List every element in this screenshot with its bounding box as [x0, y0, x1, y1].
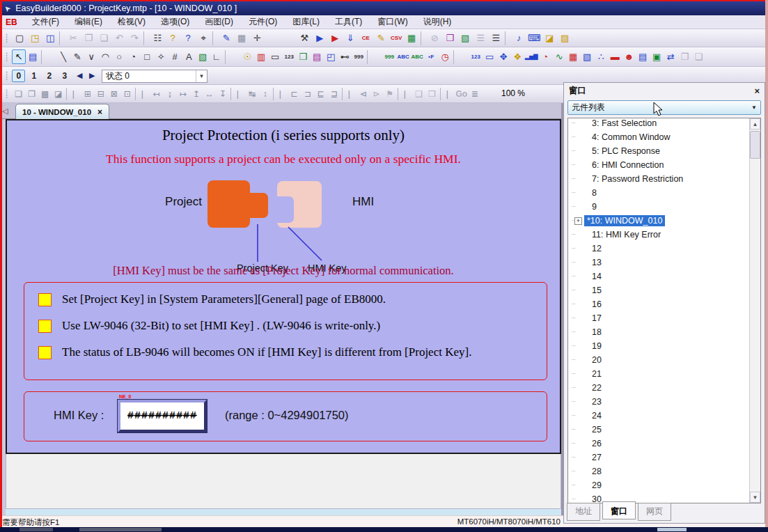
- horizontal-scrollbar[interactable]: [6, 509, 561, 515]
- expand-icon[interactable]: +: [574, 217, 582, 225]
- align-right-icon[interactable]: ↦: [176, 88, 189, 100]
- menu-item[interactable]: 说明(H): [416, 15, 460, 29]
- window-tree-item[interactable]: ┈ 30: [568, 492, 749, 503]
- line-tool-icon[interactable]: ╲: [56, 49, 70, 64]
- xy-plot-icon[interactable]: ∴: [594, 49, 608, 64]
- dropdown-arrow-icon[interactable]: ▼: [196, 70, 207, 82]
- new-icon[interactable]: ▢: [12, 31, 27, 45]
- pin-icon[interactable]: ⚑: [383, 88, 396, 100]
- panel-tab[interactable]: 网页: [638, 503, 671, 521]
- scale-tool-icon[interactable]: #: [168, 49, 182, 64]
- window-tree-item[interactable]: ┈ 6: HMI Connection: [568, 158, 749, 172]
- window-tree-item[interactable]: ┈ 17: [568, 311, 749, 325]
- same-height-icon[interactable]: ↕: [258, 88, 272, 100]
- event-display-icon[interactable]: ▤: [636, 49, 650, 64]
- toggle-switch-icon[interactable]: ▤: [310, 49, 324, 64]
- panel-tab[interactable]: 地址: [567, 503, 600, 521]
- window-tree-item[interactable]: ┈ 9: [568, 200, 749, 214]
- ascii-input-icon[interactable]: ABC: [396, 49, 410, 64]
- alarm-bar-icon[interactable]: ▬: [608, 49, 622, 64]
- tab-scroll-left-icon[interactable]: ◁: [2, 107, 8, 116]
- macro-icon[interactable]: ▨: [557, 31, 572, 45]
- pen-icon[interactable]: ✎: [219, 31, 234, 45]
- open-icon[interactable]: ◳: [27, 31, 42, 45]
- freehand-tool-icon[interactable]: ✎: [70, 49, 84, 64]
- paste-icon[interactable]: ❏: [96, 31, 111, 45]
- window-tree-item[interactable]: ┈ 3: Fast Selection: [568, 118, 749, 130]
- select-tool-icon[interactable]: ↖: [12, 49, 26, 64]
- go-icon[interactable]: Go: [455, 88, 468, 100]
- label-library-icon[interactable]: ◪: [542, 31, 557, 45]
- ascii-display-icon[interactable]: ABC: [410, 49, 424, 64]
- set-word-icon[interactable]: 123: [282, 49, 296, 64]
- rect-tool-icon[interactable]: □: [140, 49, 154, 64]
- nudge-down-icon[interactable]: ⊟: [94, 88, 107, 100]
- align-top-icon[interactable]: ↥: [189, 88, 203, 100]
- function-key-icon[interactable]: ❒: [296, 49, 310, 64]
- state-button[interactable]: 3: [58, 70, 71, 82]
- animation-icon[interactable]: ❖: [510, 49, 524, 64]
- align-hcenter-icon[interactable]: ↔: [203, 88, 216, 100]
- layer-back-icon[interactable]: ❐: [25, 88, 38, 100]
- window-tree-item[interactable]: ┈ + *10: WINDOW_010: [568, 214, 749, 228]
- redo-icon[interactable]: ↷: [127, 31, 142, 45]
- window-tree-item[interactable]: ┈ 14: [568, 269, 749, 283]
- timer-icon[interactable]: ◷: [438, 49, 452, 64]
- nudge-up-icon[interactable]: ⊞: [81, 88, 94, 100]
- state-button[interactable]: 2: [42, 70, 56, 82]
- window-tree-item[interactable]: ┈ 16: [568, 297, 749, 311]
- menu-item[interactable]: 选项(O): [153, 15, 197, 29]
- nudge-right-icon[interactable]: ⊡: [120, 88, 134, 100]
- window-tree-item[interactable]: ┈ 12: [568, 242, 749, 256]
- scroll-up-icon[interactable]: ▲: [750, 118, 760, 130]
- data-sampling-icon[interactable]: ▣: [650, 49, 664, 64]
- menu-item[interactable]: 编辑(E): [67, 15, 110, 29]
- size-both-icon[interactable]: ⊑: [314, 88, 327, 100]
- window-tree-item[interactable]: ┈ 27: [568, 451, 749, 464]
- window-tree-item[interactable]: ┈ 20: [568, 353, 749, 367]
- help-icon[interactable]: ?: [165, 31, 180, 45]
- operator-icon[interactable]: ☻: [622, 49, 636, 64]
- window-tree-item[interactable]: ┈ 28: [568, 464, 749, 478]
- offline-simulation-icon[interactable]: ▶: [327, 31, 343, 45]
- state-dropdown[interactable]: 状态 0 ▼: [102, 70, 207, 83]
- moving-shape-icon[interactable]: ✥: [496, 49, 510, 64]
- slide-switch-icon[interactable]: ⊷: [338, 49, 352, 64]
- state-button[interactable]: 0: [12, 70, 25, 82]
- set-bit-icon[interactable]: ▭: [268, 49, 282, 64]
- group-icon[interactable]: ❑: [412, 88, 425, 100]
- window-tree-item[interactable]: ┈ 4: Common Window: [568, 130, 749, 144]
- size-height-icon[interactable]: ⊐: [301, 88, 314, 100]
- scrollbar-thumb[interactable]: [750, 131, 760, 159]
- window-tree-item[interactable]: ┈ 15: [568, 283, 749, 297]
- ungroup-icon[interactable]: ❒: [425, 88, 439, 100]
- size-width-icon[interactable]: ⊏: [288, 88, 301, 100]
- backup-icon[interactable]: ❐: [677, 49, 691, 64]
- object-list-dropdown[interactable]: 元件列表 ▼: [567, 100, 761, 115]
- tree-scrollbar[interactable]: ▲ ▼: [749, 118, 760, 503]
- nudge-left-icon[interactable]: ⊠: [107, 88, 120, 100]
- scroll-down-icon[interactable]: ▼: [750, 492, 760, 503]
- online-simulation-icon[interactable]: ▶: [312, 31, 327, 45]
- save-icon[interactable]: ◫: [42, 31, 58, 45]
- text-tool-icon[interactable]: A: [182, 49, 196, 64]
- history-table-icon[interactable]: ▦: [566, 49, 580, 64]
- cut-icon[interactable]: ✂: [65, 31, 81, 45]
- multistate-switch-icon[interactable]: ◰: [324, 49, 338, 64]
- same-width-icon[interactable]: ↹: [245, 88, 258, 100]
- polyline-tool-icon[interactable]: ∨: [84, 49, 98, 64]
- bit-lamp-icon[interactable]: ☉: [240, 49, 254, 64]
- circle-tool-icon[interactable]: ○: [112, 49, 126, 64]
- panel-header[interactable]: 窗口 ×: [564, 83, 765, 98]
- menu-item[interactable]: 画图(D): [197, 15, 241, 29]
- align-left-icon[interactable]: ↤: [150, 88, 163, 100]
- design-canvas[interactable]: Project Protection (i series supports on…: [6, 119, 561, 454]
- window-tree-item[interactable]: ┈ 19: [568, 339, 749, 353]
- numeric-display-icon[interactable]: 999: [382, 49, 396, 64]
- tab-window-010[interactable]: 10 - WINDOW_010 ×: [15, 104, 109, 119]
- window-tree-item[interactable]: ┈ 8: [568, 186, 749, 200]
- corner-tool-icon[interactable]: ∟: [210, 49, 224, 64]
- numeric-input-icon[interactable]: 999: [352, 49, 366, 64]
- menu-item[interactable]: 元件(O): [241, 15, 285, 29]
- menu-item[interactable]: 图库(L): [285, 15, 327, 29]
